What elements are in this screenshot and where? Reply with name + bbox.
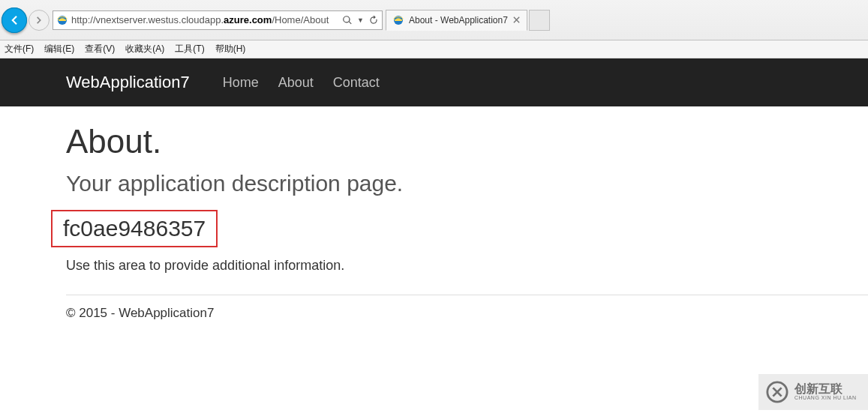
browser-tab[interactable]: About - WebApplication7 — [386, 10, 527, 31]
page-subtitle: Your application description page. — [66, 171, 868, 196]
page-content: About. Your application description page… — [0, 106, 868, 321]
menu-edit[interactable]: 编辑(E) — [44, 43, 74, 55]
new-tab-button[interactable] — [529, 10, 550, 31]
arrow-left-icon — [8, 13, 21, 27]
back-button[interactable] — [2, 7, 27, 33]
ie-favicon-icon — [392, 14, 404, 26]
menu-help[interactable]: 帮助(H) — [215, 43, 246, 55]
forward-button[interactable] — [29, 10, 50, 31]
menu-file[interactable]: 文件(F) — [5, 43, 34, 55]
menu-view[interactable]: 查看(V) — [85, 43, 115, 55]
watermark-en: CHUANG XIN HU LIAN — [794, 395, 857, 401]
site-navbar: WebApplication7 Home About Contact — [0, 58, 868, 106]
nav-about[interactable]: About — [278, 75, 314, 91]
browser-toolbar: http://vnextserver.westus.cloudapp.azure… — [0, 0, 868, 40]
address-bar[interactable]: http://vnextserver.westus.cloudapp.azure… — [53, 10, 383, 30]
browser-menu-bar: 文件(F) 编辑(E) 查看(V) 收藏夹(A) 工具(T) 帮助(H) — [0, 40, 868, 58]
page-title: About. — [66, 123, 868, 160]
hash-box: fc0ae9486357 — [51, 210, 218, 247]
brand[interactable]: WebApplication7 — [66, 73, 190, 92]
refresh-icon[interactable] — [368, 15, 379, 25]
divider — [66, 295, 868, 295]
dropdown-icon[interactable]: ▼ — [357, 16, 364, 24]
watermark: 创新互联 CHUANG XIN HU LIAN — [758, 374, 868, 410]
ie-favicon-icon — [56, 14, 68, 26]
arrow-right-icon — [34, 15, 44, 25]
menu-favorites[interactable]: 收藏夹(A) — [125, 43, 164, 55]
close-icon[interactable] — [512, 16, 521, 24]
menu-tools[interactable]: 工具(T) — [175, 43, 204, 55]
nav-home[interactable]: Home — [223, 75, 259, 91]
footer: © 2015 - WebApplication7 — [66, 306, 868, 321]
nav-contact[interactable]: Contact — [333, 75, 380, 91]
watermark-logo-icon — [766, 381, 788, 403]
tab-title: About - WebApplication7 — [409, 15, 508, 25]
url-text: http://vnextserver.westus.cloudapp.azure… — [71, 14, 338, 25]
search-icon[interactable] — [342, 15, 353, 25]
page-body: Use this area to provide additional info… — [66, 258, 868, 274]
watermark-cn: 创新互联 — [794, 383, 857, 395]
